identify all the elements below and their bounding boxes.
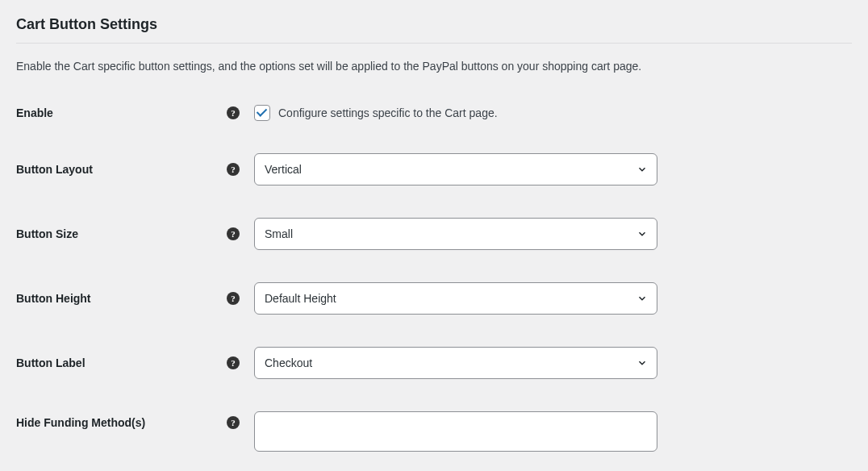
field-enable: Configure settings specific to the Cart … [254,105,498,121]
help-icon[interactable]: ? [227,227,240,240]
label-col: Button Layout ? [16,163,254,176]
field-button-height: Default Height [254,282,657,315]
help-icon[interactable]: ? [227,163,240,176]
select-wrap: Small [254,218,657,250]
label-hide-funding: Hide Funding Method(s) [16,416,145,429]
row-button-size: Button Size ? Small [16,218,852,250]
label-col: Hide Funding Method(s) ? [16,411,254,429]
enable-checkbox[interactable] [254,105,270,121]
label-button-layout: Button Layout [16,163,93,176]
hide-funding-input[interactable] [254,411,657,452]
help-icon[interactable]: ? [227,292,240,305]
divider [16,43,852,44]
button-size-select[interactable]: Small [254,218,657,250]
button-height-select[interactable]: Default Height [254,282,657,315]
help-icon[interactable]: ? [227,416,240,429]
label-col: Button Height ? [16,292,254,305]
select-wrap: Vertical [254,153,657,185]
select-value: Default Height [265,292,336,305]
enable-checkbox-label: Configure settings specific to the Cart … [278,106,498,119]
select-value: Small [265,227,293,240]
row-hide-funding: Hide Funding Method(s) ? [16,411,852,452]
field-button-label: Checkout [254,347,657,379]
select-wrap: Checkout [254,347,657,379]
label-col: Button Size ? [16,227,254,240]
section-description: Enable the Cart specific button settings… [16,60,852,73]
field-button-layout: Vertical [254,153,657,185]
section-title: Cart Button Settings [16,16,852,33]
label-col: Enable ? [16,106,254,119]
field-button-size: Small [254,218,657,250]
row-button-height: Button Height ? Default Height [16,282,852,315]
help-icon[interactable]: ? [227,356,240,369]
row-button-label: Button Label ? Checkout [16,347,852,379]
field-hide-funding [254,411,657,452]
label-button-size: Button Size [16,227,78,240]
row-button-layout: Button Layout ? Vertical [16,153,852,185]
select-value: Checkout [265,356,312,369]
label-button-label: Button Label [16,356,86,369]
label-enable: Enable [16,106,53,119]
label-button-height: Button Height [16,292,91,305]
label-col: Button Label ? [16,356,254,369]
row-enable: Enable ? Configure settings specific to … [16,105,852,121]
button-layout-select[interactable]: Vertical [254,153,657,185]
select-wrap: Default Height [254,282,657,315]
help-icon[interactable]: ? [227,106,240,119]
button-label-select[interactable]: Checkout [254,347,657,379]
select-value: Vertical [265,163,302,176]
